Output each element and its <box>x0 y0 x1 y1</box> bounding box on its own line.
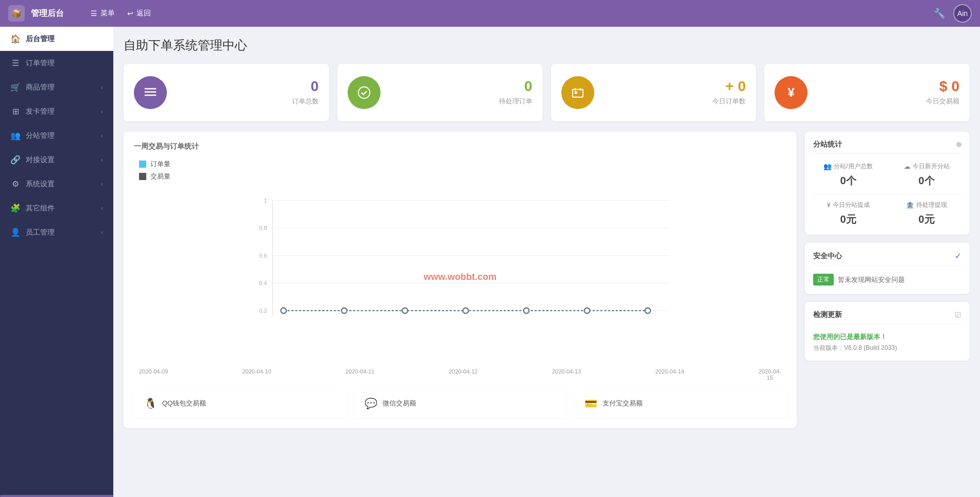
stat-icon-today <box>561 76 594 109</box>
svg-point-20 <box>463 308 469 313</box>
svg-point-23 <box>645 308 650 313</box>
svg-point-17 <box>281 308 286 313</box>
branch-stat-total: 👥 分站/用户总数 0个 <box>813 162 883 188</box>
stat-card-today-orders: + 0 今日订单数 <box>551 64 757 121</box>
content-grid: 一周交易与订单统计 订单量 交易量 www.wobbt.com <box>124 132 970 428</box>
stat-icon-pending <box>348 76 381 109</box>
page-title: 自助下单系统管理中心 <box>124 37 970 54</box>
x-label-1: 2020-04-10 <box>242 368 271 381</box>
bottom-stat-qq: 🐧 QQ钱包交易额 <box>134 389 346 418</box>
sidebar-label-staff: 员工管理 <box>26 228 55 237</box>
checkbox-icon: ☑ <box>955 311 961 319</box>
chart-panel: 一周交易与订单统计 订单量 交易量 www.wobbt.com <box>124 132 797 428</box>
content-area: 自助下单系统管理中心 0 订单总数 0 待处理订单 <box>113 27 980 497</box>
chart-legend: 订单量 交易量 <box>134 159 786 181</box>
branch-panel: 分站统计 👥 分站/用户总数 0个 <box>805 132 970 235</box>
nav-menu[interactable]: ☰ 菜单 <box>91 9 115 18</box>
x-label-3: 2020-04-12 <box>449 368 477 381</box>
header-left: 📦 管理后台 ☰ 菜单 ↩ 返回 <box>8 5 151 22</box>
user-avatar[interactable]: Ain <box>953 4 972 23</box>
sidebar-item-components[interactable]: 🧩 其它组件 ‹ <box>0 196 113 220</box>
header-right: 🔧 Ain <box>934 4 972 23</box>
security-badge: 正常 <box>813 274 834 286</box>
svg-rect-2 <box>145 95 157 96</box>
bottom-stats-row: 🐧 QQ钱包交易额 💬 微信交易额 💳 支付宝交易额 <box>134 389 786 418</box>
x-label-0: 2020-04-09 <box>139 368 168 381</box>
check-icon: ✓ <box>955 251 961 261</box>
sidebar-item-orders[interactable]: ☰ 订单管理 <box>0 51 113 75</box>
stat-label-pending: 待处理订单 <box>499 97 532 106</box>
sidebar-item-staff[interactable]: 👤 员工管理 ‹ <box>0 220 113 244</box>
bottom-stat-wechat-label: 微信交易额 <box>383 399 416 408</box>
back-icon: ↩ <box>127 9 133 17</box>
x-label-2: 2020-04-11 <box>346 368 374 381</box>
stat-label-today-orders: 今日订单数 <box>712 97 746 106</box>
stat-card-total-orders: 0 订单总数 <box>124 64 329 121</box>
qq-icon: 🐧 <box>144 397 157 410</box>
security-panel: 安全中心 ✓ 正常 暂未发现网站安全问题 <box>805 243 970 294</box>
legend-label-transactions: 交易量 <box>150 172 170 181</box>
sidebar-item-connect[interactable]: 🔗 对接设置 ‹ <box>0 148 113 172</box>
x-label-4: 2020-04-13 <box>552 368 581 381</box>
sidebar-label-settings: 系统设置 <box>26 180 55 189</box>
stat-card-pending-orders: 0 待处理订单 <box>337 64 543 121</box>
stat-label-total-orders: 订单总数 <box>292 97 319 106</box>
settings-icon[interactable]: 🔧 <box>934 8 945 19</box>
branch-panel-header: 分站统计 <box>813 140 961 154</box>
sidebar-label-components: 其它组件 <box>26 204 55 213</box>
cards-icon: ⊞ <box>10 106 21 116</box>
sidebar-item-dashboard[interactable]: 🏠 后台管理 <box>0 27 113 51</box>
branch-stat-value-total: 0个 <box>813 174 883 188</box>
app-title: 管理后台 <box>31 8 64 19</box>
update-panel-title: 检测更新 <box>813 310 842 319</box>
stat-value-today-orders: + 0 <box>726 79 746 94</box>
branch-stats-grid: 👥 分站/用户总数 0个 ☁ 今日新开分站 0个 <box>813 162 961 188</box>
home-icon: 🏠 <box>10 34 21 44</box>
yen-icon: ¥ <box>827 201 830 209</box>
svg-text:1: 1 <box>264 198 267 204</box>
stats-row: 0 订单总数 0 待处理订单 + 0 <box>124 64 970 121</box>
chevron-icon: ‹ <box>101 132 103 139</box>
sidebar-item-settings[interactable]: ⚙ 系统设置 ‹ <box>0 172 113 196</box>
branch-stats-grid-2: ¥ 今日分站提成 0元 🏦 待处理提现 0元 <box>813 201 961 226</box>
security-status-row: 正常 暂未发现网站安全问题 <box>813 274 961 286</box>
chart-title: 一周交易与订单统计 <box>134 142 786 151</box>
branch-stat-withdrawal: 🏦 待处理提现 0元 <box>891 201 961 226</box>
products-icon: 🛒 <box>10 82 21 92</box>
status-dot <box>956 142 961 147</box>
sidebar-label-connect: 对接设置 <box>26 155 55 165</box>
staff-icon: 👤 <box>10 227 21 237</box>
x-label-5: 2020-04-14 <box>655 368 684 381</box>
nav-back[interactable]: ↩ 返回 <box>127 9 151 18</box>
header-nav: ☰ 菜单 ↩ 返回 <box>91 9 151 18</box>
chevron-icon: ‹ <box>101 205 103 212</box>
update-panel-header: 检测更新 ☑ <box>813 310 961 324</box>
x-label-6: 2020-04-15 <box>759 368 781 381</box>
branch-stat-commission: ¥ 今日分站提成 0元 <box>813 201 883 226</box>
cloud-icon: ☁ <box>904 163 910 170</box>
svg-text:0.4: 0.4 <box>260 280 267 286</box>
bottom-stat-alipay: 💳 支付宝交易额 <box>574 389 786 418</box>
chevron-icon: ‹ <box>101 156 103 164</box>
settings-icon: ⚙ <box>10 179 21 189</box>
right-panels: 分站统计 👥 分站/用户总数 0个 <box>805 132 970 428</box>
main-layout: 🏠 后台管理 ☰ 订单管理 🛒 商品管理 ‹ ⊞ 发卡管理 ‹ <box>0 27 980 497</box>
sidebar-item-cards[interactable]: ⊞ 发卡管理 ‹ <box>0 99 113 123</box>
security-panel-header: 安全中心 ✓ <box>813 251 961 265</box>
sidebar-label-dashboard: 后台管理 <box>26 34 55 44</box>
sidebar-item-branches[interactable]: 👥 分站管理 ‹ <box>0 123 113 148</box>
sidebar-item-products[interactable]: 🛒 商品管理 ‹ <box>0 75 113 99</box>
svg-rect-4 <box>573 90 583 97</box>
svg-point-21 <box>524 308 529 313</box>
legend-transactions: 交易量 <box>139 172 786 181</box>
svg-point-22 <box>584 308 590 313</box>
sidebar-label-orders: 订单管理 <box>26 59 55 68</box>
stat-value-total-orders: 0 <box>311 79 319 94</box>
stat-card-today-revenue: ¥ $ 0 今日交易额 <box>764 64 970 121</box>
branch-stat-value-new: 0个 <box>891 174 961 188</box>
svg-point-3 <box>358 87 370 99</box>
wechat-icon: 💬 <box>365 397 377 410</box>
sidebar-label-products: 商品管理 <box>26 83 55 92</box>
branch-users-icon: 👥 <box>823 163 832 170</box>
update-latest-text: 您使用的已是最新版本！ <box>813 332 961 342</box>
